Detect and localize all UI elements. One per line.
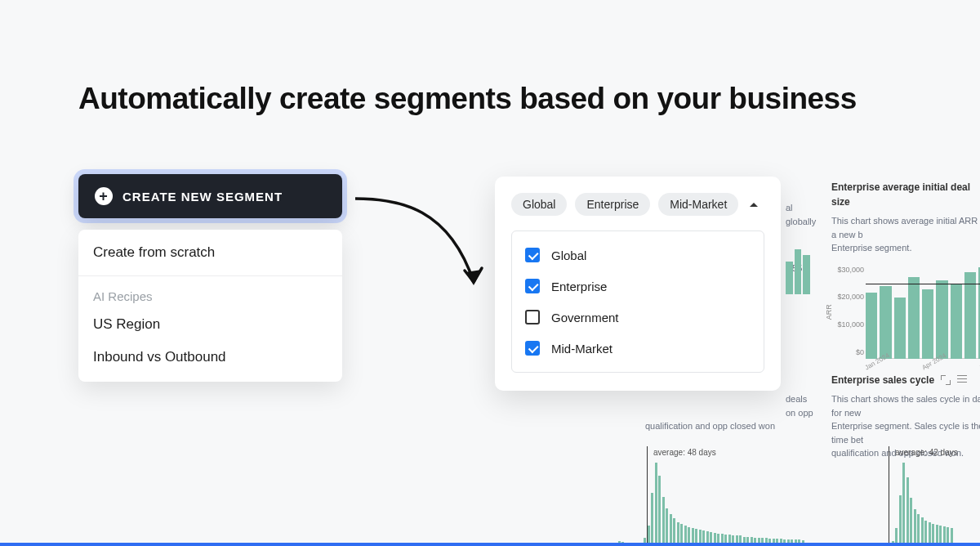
option-label: Mid-Market: [551, 342, 612, 356]
card-desc: This chart shows the sales cycle in days…: [831, 392, 980, 419]
bg-bars-peek: [786, 249, 810, 294]
option-mid-market[interactable]: Mid-Market: [512, 333, 764, 364]
y-axis-label: ARR: [824, 304, 835, 320]
card-desc: This chart shows average initial ARR of …: [831, 214, 980, 241]
option-label: Global: [551, 248, 586, 262]
ai-recipes-label: AI Recipes: [78, 276, 342, 308]
option-government[interactable]: Government: [512, 302, 764, 333]
create-menu: Create from scratch AI Recipes US Region…: [78, 230, 342, 382]
svg-marker-0: [466, 270, 482, 285]
filter-options: Global Enterprise Government Mid-Market: [511, 230, 764, 373]
footer-accent: [0, 543, 980, 546]
chip-enterprise[interactable]: Enterprise: [575, 193, 650, 216]
sales-cycle-chart-left: average: 48 days: [614, 463, 820, 544]
card-desc: Enterprise segment. Sales cycle is the t…: [831, 419, 980, 446]
checkbox-global[interactable]: [525, 248, 540, 262]
chip-mid-market[interactable]: Mid-Market: [658, 193, 738, 216]
bg-fragment: qualification and opp closed won: [645, 419, 775, 433]
sales-cycle-chart-right: average: 42 days: [866, 463, 980, 544]
checkbox-mid-market[interactable]: [525, 341, 540, 356]
recipe-us-region[interactable]: US Region: [78, 308, 342, 341]
segment-filter-popover: Global Enterprise Mid-Market Global Ente…: [495, 177, 781, 391]
checkbox-government[interactable]: [525, 310, 540, 324]
card-title: Enterprise sales cycle: [831, 373, 934, 387]
arrow-icon: [351, 184, 498, 315]
recipe-inbound-outbound[interactable]: Inbound vs Outbound: [78, 341, 342, 382]
card-deal-size: Enterprise average initial deal size Thi…: [831, 180, 980, 359]
avg-label: average: 42 days: [895, 448, 958, 457]
expand-icon[interactable]: [941, 375, 951, 385]
card-desc: Enterprise segment.: [831, 241, 980, 255]
bg-fragment: on opp: [786, 406, 813, 420]
create-button-label: CREATE NEW SEGMENT: [122, 190, 283, 204]
option-label: Enterprise: [551, 280, 607, 293]
checkbox-enterprise[interactable]: [525, 279, 540, 293]
option-label: Government: [551, 311, 619, 324]
card-title: Enterprise average initial deal size: [831, 180, 979, 209]
avg-label: average: 48 days: [653, 448, 716, 457]
chip-row: Global Enterprise Mid-Market: [511, 193, 764, 216]
plus-icon: +: [95, 187, 113, 205]
chip-global[interactable]: Global: [511, 193, 567, 216]
option-enterprise[interactable]: Enterprise: [512, 271, 764, 302]
page-title: Automatically create segments based on y…: [78, 82, 857, 116]
create-from-scratch-item[interactable]: Create from scratch: [78, 230, 342, 275]
segment-create-panel: + CREATE NEW SEGMENT Create from scratch…: [78, 174, 342, 382]
bg-fragment: al globally: [786, 201, 818, 228]
bg-fragment: deals: [786, 392, 818, 406]
bars-icon[interactable]: [957, 375, 967, 385]
chevron-up-icon[interactable]: [750, 203, 758, 207]
card-sales-cycle: Enterprise sales cycle This chart shows …: [831, 373, 980, 460]
option-global[interactable]: Global: [512, 239, 764, 271]
deal-size-chart: ARR $30,000 $20,000 $10,000 $0 ave Jan 2…: [866, 265, 980, 359]
create-new-segment-button[interactable]: + CREATE NEW SEGMENT: [78, 174, 342, 218]
